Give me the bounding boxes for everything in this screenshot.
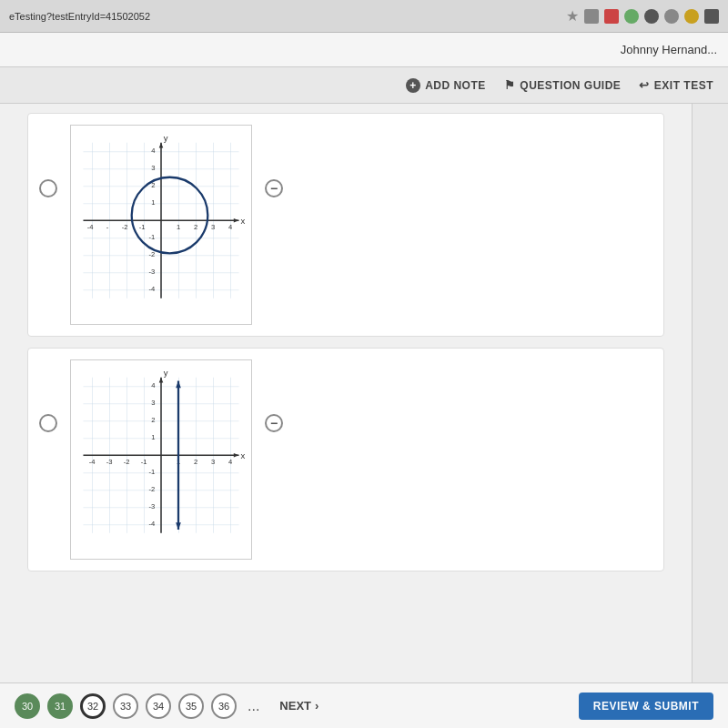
page-btn-34[interactable]: 34	[146, 693, 171, 719]
answer-panel: x y -4 - -2 -1 1 2 3 4 4 3 2 1 -1	[0, 104, 692, 682]
url-bar: eTesting?testEntryId=41502052	[9, 11, 566, 22]
svg-text:-3: -3	[149, 268, 156, 276]
svg-text:2: 2	[194, 223, 197, 231]
svg-text:4: 4	[228, 458, 232, 466]
browser-icon-4	[644, 9, 659, 24]
svg-text:y: y	[164, 368, 168, 378]
svg-text:4: 4	[228, 223, 232, 231]
browser-bar: eTesting?testEntryId=41502052 ★	[0, 0, 728, 33]
browser-icon-6	[684, 9, 699, 24]
browser-icon-7	[704, 9, 719, 24]
svg-text:y: y	[164, 133, 168, 143]
svg-text:1: 1	[177, 223, 180, 231]
svg-text:-: -	[106, 223, 109, 231]
svg-text:-1: -1	[141, 458, 147, 466]
main-content: x y -4 - -2 -1 1 2 3 4 4 3 2 1 -1	[0, 104, 728, 682]
question-guide-button[interactable]: ⚑ QUESTION GUIDE	[504, 78, 622, 92]
svg-text:-1: -1	[149, 233, 156, 241]
bottom-nav: 30 31 32 33 34 35 36 ... NEXT › REVIEW &…	[0, 682, 728, 728]
circle-graph-svg: x y -4 - -2 -1 1 2 3 4 4 3 2 1 -1	[75, 129, 248, 320]
page-btn-36[interactable]: 36	[211, 693, 237, 719]
svg-text:-2: -2	[122, 223, 128, 231]
top-bar: Johnny Hernand...	[0, 33, 728, 67]
exit-test-button[interactable]: ↩ EXIT TEST	[639, 78, 713, 92]
review-submit-button[interactable]: REVIEW & SUBMIT	[579, 693, 713, 720]
svg-text:-4: -4	[149, 520, 156, 528]
graph-box-1: x y -4 - -2 -1 1 2 3 4 4 3 2 1 -1	[70, 125, 252, 325]
page-btn-33[interactable]: 33	[113, 693, 138, 719]
browser-icon-2	[604, 9, 619, 24]
svg-text:1: 1	[151, 433, 155, 441]
graph-box-2: x y -4 -3 -2 -1 1 2 3 4 4 3 2 1 -1	[70, 359, 252, 560]
radio-button-1[interactable]	[39, 179, 57, 197]
svg-text:3: 3	[151, 164, 155, 172]
svg-text:-4: -4	[149, 285, 156, 293]
next-chevron-icon: ›	[315, 699, 318, 713]
svg-text:4: 4	[151, 147, 155, 155]
page-btn-31[interactable]: 31	[47, 693, 73, 719]
svg-text:2: 2	[151, 416, 155, 424]
toolbar: + ADD NOTE ⚑ QUESTION GUIDE ↩ EXIT TEST	[0, 67, 728, 104]
browser-icon-5	[664, 9, 679, 24]
svg-text:x: x	[240, 450, 245, 460]
svg-text:3: 3	[151, 399, 155, 407]
answer-option-1: x y -4 - -2 -1 1 2 3 4 4 3 2 1 -1	[27, 113, 664, 337]
answer-option-2: x y -4 -3 -2 -1 1 2 3 4 4 3 2 1 -1	[27, 348, 664, 571]
svg-text:2: 2	[194, 458, 197, 466]
svg-text:-2: -2	[149, 250, 156, 258]
svg-text:1: 1	[151, 198, 155, 207]
svg-text:-4: -4	[87, 223, 94, 231]
star-icon[interactable]: ★	[566, 7, 579, 25]
vertical-line-graph-svg: x y -4 -3 -2 -1 1 2 3 4 4 3 2 1 -1	[75, 364, 248, 555]
svg-text:-3: -3	[149, 502, 156, 511]
add-note-label: ADD NOTE	[425, 79, 486, 92]
page-btn-35[interactable]: 35	[178, 693, 204, 719]
add-note-icon: +	[406, 78, 420, 93]
page-btn-30[interactable]: 30	[15, 693, 40, 719]
svg-text:-1: -1	[139, 223, 146, 231]
flag-icon: ⚑	[504, 78, 516, 92]
exit-test-label: EXIT TEST	[654, 79, 713, 92]
svg-text:3: 3	[211, 458, 215, 466]
svg-text:-1: -1	[149, 468, 156, 476]
browser-icon-3	[624, 9, 639, 24]
pagination-dots: ...	[248, 698, 259, 714]
review-label: REVIEW & SUBMIT	[593, 700, 699, 713]
svg-text:-2: -2	[149, 485, 156, 493]
radio-button-2[interactable]	[39, 414, 57, 432]
svg-text:-2: -2	[124, 458, 130, 466]
browser-icons: ★	[566, 7, 719, 25]
svg-text:3: 3	[211, 223, 215, 231]
add-note-button[interactable]: + ADD NOTE	[406, 78, 486, 93]
svg-text:-4: -4	[89, 458, 96, 466]
right-side-panel	[692, 104, 728, 682]
next-button[interactable]: NEXT ›	[279, 699, 318, 713]
svg-text:x: x	[240, 216, 245, 226]
svg-text:-3: -3	[106, 458, 113, 466]
page-btn-32[interactable]: 32	[80, 693, 106, 719]
next-label: NEXT	[279, 699, 311, 713]
user-name: Johnny Hernand...	[621, 43, 717, 56]
minus-button-2[interactable]: −	[265, 414, 283, 432]
svg-text:4: 4	[151, 381, 155, 389]
question-guide-label: QUESTION GUIDE	[520, 79, 621, 92]
minus-button-1[interactable]: −	[265, 179, 283, 197]
browser-icon-1	[584, 9, 599, 24]
exit-icon: ↩	[639, 78, 650, 92]
